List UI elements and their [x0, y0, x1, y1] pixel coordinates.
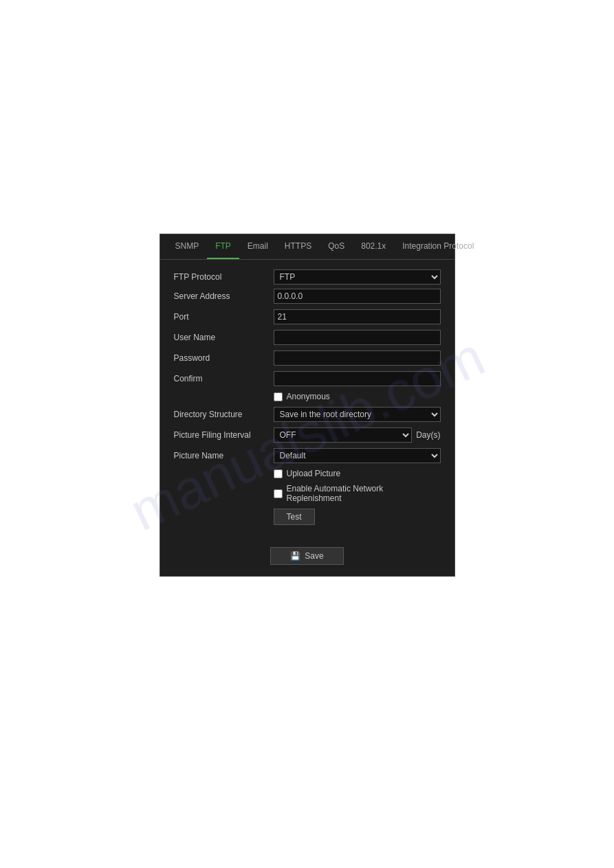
anonymous-row: Anonymous [274, 392, 441, 401]
picture-filing-label: Picture Filing Interval [174, 430, 274, 440]
server-address-label: Server Address [174, 291, 274, 301]
anonymous-checkbox[interactable] [274, 392, 283, 401]
tab-802[interactable]: 802.1x [353, 234, 394, 259]
ftp-protocol-row: FTP Protocol FTP SFTP [174, 269, 441, 285]
enable-auto-row: Enable Automatic Network Replenishment [274, 484, 441, 503]
save-button[interactable]: 💾 Save [270, 547, 343, 565]
picture-filing-unit: Day(s) [416, 430, 440, 440]
directory-structure-label: Directory Structure [174, 410, 274, 419]
tab-integration[interactable]: Integration Protocol [394, 234, 482, 259]
port-label: Port [174, 312, 274, 322]
enable-auto-label: Enable Automatic Network Replenishment [287, 484, 441, 503]
ftp-protocol-label: FTP Protocol [174, 272, 274, 282]
directory-structure-row: Directory Structure Save in the root dir… [174, 407, 441, 422]
upload-picture-label: Upload Picture [287, 469, 341, 478]
confirm-row: Confirm [174, 371, 441, 386]
confirm-label: Confirm [174, 374, 274, 383]
password-row: Password [174, 350, 441, 366]
password-label: Password [174, 353, 274, 363]
tab-email[interactable]: Email [239, 234, 276, 259]
password-input[interactable] [274, 350, 441, 366]
tab-snmp[interactable]: SNMP [167, 234, 208, 259]
anonymous-label: Anonymous [287, 392, 330, 401]
save-label: Save [305, 551, 323, 561]
ftp-protocol-select[interactable]: FTP SFTP [274, 269, 441, 285]
footer-area: 💾 Save [160, 540, 454, 576]
upload-picture-checkbox[interactable] [274, 469, 283, 478]
directory-structure-select[interactable]: Save in the root directory Parent direct… [274, 407, 441, 422]
picture-name-row: Picture Name Default Custom [174, 448, 441, 463]
username-label: User Name [174, 333, 274, 342]
server-address-input[interactable] [274, 289, 441, 304]
picture-name-label: Picture Name [174, 451, 274, 460]
username-input[interactable] [274, 330, 441, 345]
tab-ftp[interactable]: FTP [207, 234, 239, 259]
picture-name-select[interactable]: Default Custom [274, 448, 441, 463]
upload-picture-row: Upload Picture [274, 469, 441, 478]
test-button[interactable]: Test [274, 509, 315, 525]
port-row: Port [174, 309, 441, 324]
picture-filing-select[interactable]: OFF 1 2 3 7 30 [274, 427, 413, 443]
save-icon: 💾 [290, 551, 300, 561]
form-area: FTP Protocol FTP SFTP Server Address Por… [160, 260, 454, 540]
tab-https[interactable]: HTTPS [276, 234, 320, 259]
enable-auto-checkbox[interactable] [274, 489, 283, 498]
tab-qos[interactable]: QoS [320, 234, 353, 259]
username-row: User Name [174, 330, 441, 345]
confirm-input[interactable] [274, 371, 441, 386]
port-input[interactable] [274, 309, 441, 324]
server-address-row: Server Address [174, 289, 441, 304]
tab-bar: SNMP FTP Email HTTPS QoS 802.1x Integrat… [160, 234, 454, 260]
picture-filing-row: Picture Filing Interval OFF 1 2 3 7 30 D… [174, 427, 441, 443]
